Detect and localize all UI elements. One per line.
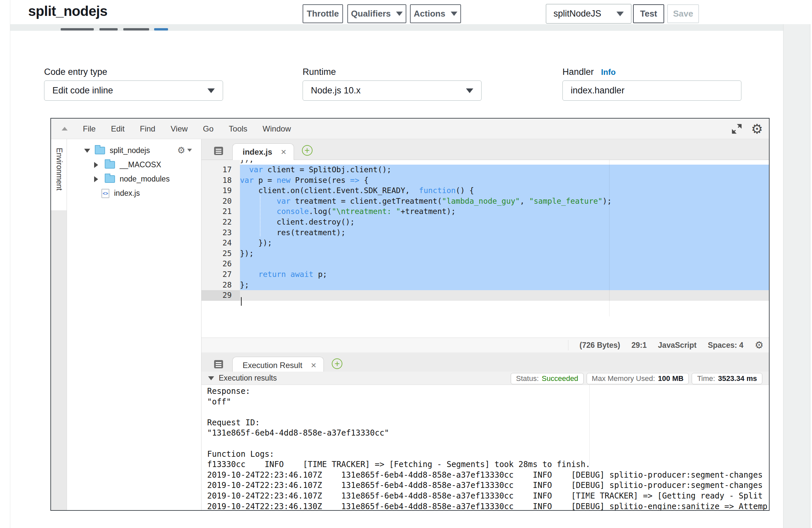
badge-label: Time: (697, 374, 715, 383)
folder-icon (95, 147, 105, 155)
editor-tab-bar: index.js × + (202, 139, 769, 160)
line-number: 27 (202, 269, 240, 280)
line-number: 21 (202, 206, 240, 217)
line-number: 26 (202, 259, 240, 269)
code-line[interactable]: 27 return await p; (202, 269, 769, 280)
actions-button[interactable]: Actions (410, 4, 461, 23)
disclosure-open-icon[interactable] (84, 149, 90, 153)
close-icon[interactable]: × (281, 147, 286, 157)
environment-tab[interactable]: Environment (51, 139, 67, 210)
status-item[interactable]: (726 Bytes) (580, 341, 621, 350)
page-title: split_nodejs (28, 3, 107, 19)
code-line[interactable]: }); (202, 160, 769, 165)
handler-input[interactable]: index.handler (563, 80, 741, 101)
menu-item-view[interactable]: View (171, 124, 188, 133)
environment-tab-label: Environment (55, 148, 64, 190)
runtime-select[interactable]: Node.js 10.x (303, 80, 481, 101)
badge-label: Max Memory Used: (592, 374, 655, 383)
collapse-results-icon[interactable] (208, 376, 214, 380)
save-button-label: Save (673, 9, 693, 19)
status-item[interactable]: JavaScript (658, 341, 696, 350)
code-line[interactable]: 18var p = new Promise(res => { (202, 175, 769, 186)
folder-icon (105, 161, 115, 168)
code-entry-type-select[interactable]: Edit code inline (44, 80, 223, 101)
code-line[interactable]: 25}); (202, 248, 769, 259)
handler-info-link[interactable]: Info (601, 68, 616, 76)
new-tab-plus-icon[interactable]: + (332, 358, 342, 369)
code-text: var p = new Promise(res => { (240, 175, 769, 186)
code-text: }); (240, 160, 769, 165)
code-line[interactable]: 24 }); (202, 238, 769, 248)
code-line[interactable]: 20 var treatment = client.getTreatment("… (202, 196, 769, 207)
indent-guide (260, 194, 261, 236)
menu-item-edit[interactable]: Edit (111, 124, 125, 133)
code-entry-type-value: Edit code inline (52, 86, 113, 96)
clipped-text-fragment (61, 28, 94, 30)
code-text: }; (240, 280, 769, 291)
line-number: 24 (202, 238, 240, 248)
status-item[interactable]: Spaces: 4 (708, 341, 743, 350)
page-scrollbar-track[interactable] (810, 24, 812, 528)
code-line[interactable]: 23 res(treatment); (202, 228, 769, 238)
code-text: var client = SplitObj.client(); (240, 165, 769, 175)
chevron-down-icon (207, 88, 215, 93)
status-gear-icon[interactable]: ⚙ (755, 340, 764, 350)
code-text: }); (240, 248, 769, 259)
test-event-select[interactable]: splitNodeJS (546, 4, 632, 24)
result-badges: Status:SucceededMax Memory Used:100 MBTi… (511, 373, 762, 384)
code-line[interactable]: 28}; (202, 280, 769, 291)
editor-settings-gear-icon[interactable]: ⚙ (751, 122, 763, 135)
code-line[interactable]: 29 (202, 290, 769, 301)
throttle-button[interactable]: Throttle (303, 4, 343, 23)
badge-value: 100 MB (658, 374, 683, 383)
disclosure-closed-icon[interactable] (94, 176, 98, 182)
clipped-text-fragment (123, 28, 149, 30)
tab-index-js-label: index.js (243, 147, 272, 157)
test-event-selected-value: splitNodeJS (553, 9, 601, 19)
throttle-button-label: Throttle (307, 9, 339, 19)
menu-item-tools[interactable]: Tools (229, 124, 247, 133)
code-line[interactable]: 26 (202, 259, 769, 269)
tab-execution-result[interactable]: Execution Result × (232, 357, 324, 373)
code-text: return await p; (240, 269, 769, 280)
tree-item-label: __MACOSX (120, 160, 161, 169)
code-editor-area[interactable]: });17 var client = SplitObj.client();18v… (202, 160, 769, 296)
badge-value: 3523.34 ms (718, 374, 757, 383)
badge-label: Status: (516, 374, 539, 383)
tree-item-split-nodejs[interactable]: split_nodejs⚙ (67, 144, 201, 158)
test-button[interactable]: Test (633, 4, 664, 23)
qualifiers-button[interactable]: Qualifiers (347, 4, 406, 23)
menu-item-file[interactable]: File (83, 124, 96, 133)
menu-item-find[interactable]: Find (140, 124, 156, 133)
close-icon[interactable]: × (311, 360, 316, 371)
tree-item-node-modules[interactable]: node_modules (67, 172, 201, 186)
runtime-value: Node.js 10.x (311, 86, 361, 96)
code-text: client.on(client.Event.SDK_READY, functi… (240, 186, 769, 196)
tree-item--macosx[interactable]: __MACOSX (67, 158, 201, 172)
menu-item-window[interactable]: Window (262, 124, 291, 133)
collapse-menubar-icon[interactable] (62, 127, 68, 131)
line-number: 29 (202, 290, 240, 301)
test-button-label: Test (640, 9, 657, 19)
code-line[interactable]: 21 console.log("\ntreatment: "+treatment… (202, 206, 769, 217)
tree-settings-gear-icon[interactable]: ⚙ (177, 146, 192, 155)
tab-list-icon[interactable] (214, 360, 223, 368)
fullscreen-icon[interactable] (731, 123, 742, 134)
code-line[interactable]: 17 var client = SplitObj.client(); (202, 165, 769, 175)
tab-index-js[interactable]: index.js × (232, 144, 294, 160)
new-tab-plus-icon[interactable]: + (302, 145, 313, 156)
status-item[interactable]: 29:1 (632, 341, 647, 350)
handler-label-text: Handler (563, 67, 594, 77)
code-text: }); (240, 238, 769, 248)
execution-log-panel[interactable]: Response: "off" Request ID: "131e865f-6e… (202, 385, 769, 510)
line-number: 18 (202, 175, 240, 186)
code-line[interactable]: 19 client.on(client.Event.SDK_READY, fun… (202, 186, 769, 196)
tree-item-index-js[interactable]: <>index.js (67, 186, 201, 201)
tab-list-icon[interactable] (214, 147, 223, 155)
menu-item-go[interactable]: Go (203, 124, 214, 133)
disclosure-closed-icon[interactable] (94, 162, 98, 168)
line-number: 25 (202, 248, 240, 259)
tab-execution-result-label: Execution Result (243, 361, 302, 370)
code-line[interactable]: 22 client.destroy(); (202, 217, 769, 228)
line-number: 22 (202, 217, 240, 228)
